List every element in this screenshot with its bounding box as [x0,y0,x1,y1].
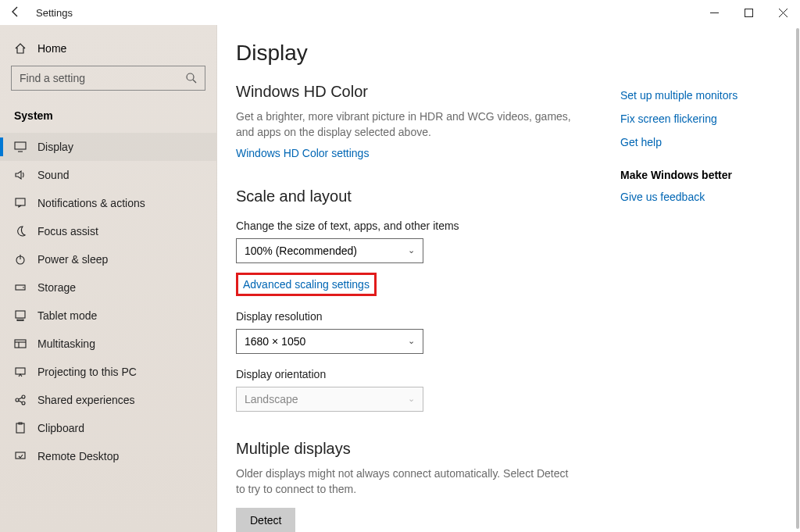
sidebar-item-notifications[interactable]: Notifications & actions [0,189,216,217]
svg-point-10 [23,287,24,288]
chevron-down-icon: ⌄ [408,394,415,404]
resolution-label: Display resolution [236,310,777,323]
multitask-icon [14,337,27,350]
svg-rect-4 [15,142,26,149]
sidebar-item-label: Display [38,141,73,153]
maximize-button[interactable] [731,0,766,25]
sidebar-item-label: Tablet mode [38,309,97,322]
titlebar: Settings [0,0,800,25]
orientation-label: Display orientation [236,368,777,380]
sidebar-item-display[interactable]: Display [0,133,216,161]
sidebar-item-label: Storage [38,281,76,294]
sidebar-item-label: Clipboard [38,422,84,434]
back-button[interactable] [0,5,31,20]
home-label: Home [38,42,66,55]
sidebar-item-clipboard[interactable]: Clipboard [0,414,216,442]
sidebar-item-storage[interactable]: Storage [0,273,216,302]
feedback-heading: Make Windows better [620,169,777,181]
share-icon [14,394,27,406]
content-area: Display Windows HD Color Get a brighter,… [217,25,800,532]
detect-button[interactable]: Detect [236,508,295,532]
sidebar-item-shared[interactable]: Shared experiences [0,386,216,414]
scrollbar[interactable] [796,28,799,529]
hdcolor-desc: Get a brighter, more vibrant picture in … [236,109,572,141]
link-feedback[interactable]: Give us feedback [620,191,777,203]
power-icon [14,253,27,266]
sidebar-item-multitasking[interactable]: Multitasking [0,330,216,358]
chevron-down-icon: ⌄ [408,245,415,255]
multi-heading: Multiple displays [236,440,777,458]
advanced-scaling-link[interactable]: Advanced scaling settings [243,278,370,291]
notification-icon [14,197,27,209]
sidebar-item-tablet[interactable]: Tablet mode [0,302,216,330]
sidebar-item-label: Notifications & actions [38,197,145,209]
link-flickering[interactable]: Fix screen flickering [620,112,777,125]
advanced-scaling-highlight: Advanced scaling settings [236,273,377,296]
hdcolor-link[interactable]: Windows HD Color settings [236,147,369,159]
textsize-label: Change the size of text, apps, and other… [236,220,777,232]
sidebar-item-label: Projecting to this PC [38,366,137,378]
close-button[interactable] [766,0,800,25]
resolution-value: 1680 × 1050 [245,335,305,348]
resolution-dropdown[interactable]: 1680 × 1050 ⌄ [236,329,423,354]
page-title: Display [236,41,777,66]
textsize-dropdown[interactable]: 100% (Recommended) ⌄ [236,238,423,263]
svg-point-17 [16,398,19,402]
orientation-dropdown: Landscape ⌄ [236,387,423,412]
home-icon [14,42,27,55]
clipboard-icon [14,422,27,434]
link-help[interactable]: Get help [620,136,777,148]
svg-point-19 [22,402,25,405]
sidebar-item-label: Power & sleep [38,253,108,266]
sidebar-item-label: Focus assist [38,225,98,237]
sidebar: Home System Display Sound Notifications … [0,25,217,532]
textsize-value: 100% (Recommended) [245,245,357,257]
right-rail: Set up multiple monitors Fix screen flic… [620,89,777,214]
sound-icon [14,169,27,181]
svg-rect-11 [16,311,25,318]
sidebar-item-label: Sound [38,169,69,181]
svg-point-18 [22,395,25,398]
svg-rect-13 [15,340,26,348]
sidebar-item-label: Multitasking [38,337,95,350]
svg-rect-6 [16,198,25,205]
minimize-button[interactable] [697,0,731,25]
search-input[interactable] [11,66,205,91]
remote-icon [14,450,27,462]
multi-desc: Older displays might not always connect … [236,466,572,498]
sidebar-item-power[interactable]: Power & sleep [0,245,216,273]
storage-icon [14,281,27,294]
sidebar-item-remote[interactable]: Remote Desktop [0,442,216,470]
sidebar-item-projecting[interactable]: Projecting to this PC [0,358,216,386]
projecting-icon [14,366,27,378]
monitor-icon [14,141,27,153]
sidebar-item-label: Shared experiences [38,394,135,406]
sidebar-item-focus[interactable]: Focus assist [0,217,216,245]
svg-rect-1 [745,9,752,16]
chevron-down-icon: ⌄ [408,336,415,346]
home-button[interactable]: Home [0,36,216,66]
sidebar-heading: System [0,105,216,133]
tablet-icon [14,309,27,322]
sidebar-item-label: Remote Desktop [38,450,119,462]
orientation-value: Landscape [245,393,298,405]
svg-rect-20 [16,423,24,433]
svg-rect-16 [16,368,25,374]
window-title: Settings [36,7,73,19]
link-multiple-monitors[interactable]: Set up multiple monitors [620,89,777,102]
moon-icon [14,225,27,237]
sidebar-item-sound[interactable]: Sound [0,161,216,189]
svg-rect-12 [17,320,23,321]
